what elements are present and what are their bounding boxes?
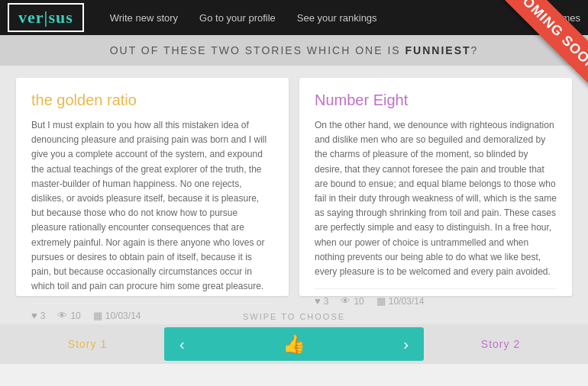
story-likes-2: ♥ 3: [315, 295, 328, 307]
question-highlight: FUNNIEST: [405, 44, 471, 56]
nav-write-story[interactable]: Write new story: [110, 12, 178, 24]
story-date-1: ▦ 10/03/14: [93, 310, 141, 321]
story-card-2: Number Eight On the other hand, we denou…: [299, 78, 572, 296]
story-body-1: But I must explain to you how all this m…: [31, 118, 273, 294]
eye-icon-2: 👁: [341, 295, 351, 307]
question-bar: OUT OF THESE TWO STORIES WHICH ONE IS FU…: [0, 35, 588, 66]
main-content: the golden ratio But I must explain to y…: [0, 66, 588, 308]
story-likes-1: ♥ 3: [31, 310, 45, 321]
thumbs-up-icon: 👍: [200, 333, 389, 355]
story-date-2: ▦ 10/03/14: [376, 295, 425, 307]
nav-games[interactable]: ing games: [535, 12, 580, 24]
heart-icon-1: ♥: [31, 310, 37, 321]
story-1-label-btn[interactable]: Story 1: [11, 329, 164, 359]
nav-prev-button[interactable]: ‹: [164, 327, 200, 361]
nav-controls: ‹ 👍 ›: [164, 327, 424, 361]
story-views-2: 👁 10: [341, 295, 363, 307]
question-text-before: OUT OF THESE TWO STORIES WHICH ONE IS: [110, 44, 405, 56]
story-card-1: the golden ratio But I must explain to y…: [16, 78, 289, 296]
logo-text-ver: ver: [18, 8, 44, 27]
logo[interactable]: ver|sus: [8, 3, 84, 32]
story-footer-1: ♥ 3 👁 10 ▦ 10/03/14: [31, 303, 273, 321]
nav-next-button[interactable]: ›: [388, 327, 424, 361]
calendar-icon-2: ▦: [376, 295, 386, 307]
calendar-icon-1: ▦: [93, 310, 102, 321]
nav-see-rankings[interactable]: See your rankings: [297, 12, 377, 24]
story-views-count-1: 10: [70, 310, 80, 321]
story-title-1: the golden ratio: [31, 92, 273, 109]
heart-icon-2: ♥: [315, 295, 321, 307]
logo-text-sus: sus: [48, 8, 73, 27]
nav-go-profile[interactable]: Go to your profile: [199, 12, 276, 24]
story-footer-2: ♥ 3 👁 10 ▦ 10/03/14: [315, 288, 557, 307]
story-likes-count-1: 3: [40, 310, 46, 321]
story-views-1: 👁 10: [57, 310, 80, 321]
story-date-value-2: 10/03/14: [389, 296, 425, 307]
story-title-2: Number Eight: [315, 92, 557, 109]
question-text-after: ?: [471, 44, 479, 56]
story-views-count-2: 10: [354, 296, 363, 307]
story-2-label-btn[interactable]: Story 2: [424, 329, 577, 359]
story-body-2: On the other hand, we denounce with righ…: [315, 118, 557, 279]
story-likes-count-2: 3: [324, 296, 329, 307]
eye-icon-1: 👁: [57, 310, 67, 321]
bottom-bar: Story 1 ‹ 👍 › Story 2: [0, 324, 588, 364]
header: ver|sus Write new story Go to your profi…: [0, 0, 588, 35]
story-date-value-1: 10/03/14: [105, 310, 141, 321]
